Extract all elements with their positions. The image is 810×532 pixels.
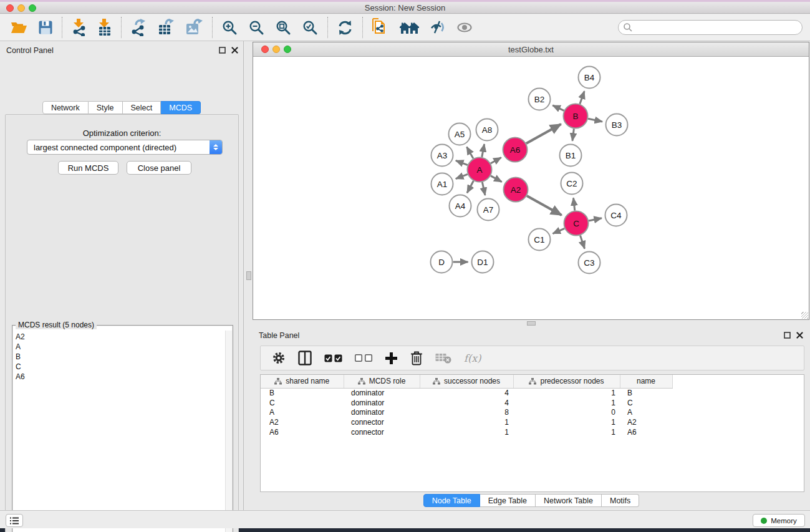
tab-style[interactable]: Style — [89, 101, 123, 114]
graph-edge-B-B2[interactable] — [552, 105, 564, 110]
refresh-icon[interactable] — [332, 16, 359, 39]
graph-edge-A-A7[interactable] — [482, 182, 485, 195]
graph-node-B4[interactable]: B4 — [579, 67, 600, 89]
table-cell[interactable]: dominator — [344, 407, 420, 417]
delete-icon[interactable] — [404, 347, 429, 369]
graph-edge-A-A1[interactable] — [456, 174, 468, 178]
graph-edge-A-A3[interactable] — [456, 160, 468, 165]
criterion-dropdown[interactable]: largest connected component (directed) — [27, 140, 223, 155]
table-cell[interactable]: dominator — [344, 388, 420, 398]
table-cell[interactable]: A6 — [261, 427, 344, 437]
select-all-icon[interactable] — [318, 347, 349, 369]
graph-node-C1[interactable]: C1 — [529, 229, 551, 251]
table-cell[interactable]: A — [261, 407, 344, 417]
network-graph[interactable]: AA1A2A3A4A5A6A7A8BB1B2B3B4CC1C2C3C4DD1 — [253, 57, 809, 319]
tab-network[interactable]: Network — [42, 101, 89, 114]
table-cell[interactable]: 1 — [513, 398, 620, 408]
graph-node-A7[interactable]: A7 — [478, 199, 499, 221]
import-network-icon[interactable] — [66, 16, 92, 39]
table-cell[interactable]: 1 — [420, 427, 513, 437]
export-table-icon[interactable] — [153, 16, 180, 39]
network-canvas[interactable]: AA1A2A3A4A5A6A7A8BB1B2B3B4CC1C2C3C4DD1 — [253, 57, 809, 319]
settings-icon[interactable] — [266, 347, 292, 369]
graph-node-C2[interactable]: C2 — [561, 173, 583, 195]
graph-edge-B-B4[interactable] — [580, 91, 584, 104]
graph-edge-A2-C[interactable] — [527, 196, 562, 215]
graph-node-B2[interactable]: B2 — [529, 89, 551, 110]
graph-edge-B-B1[interactable] — [572, 128, 574, 140]
run-mcds-button[interactable]: Run MCDS — [58, 161, 118, 175]
graph-node-C4[interactable]: C4 — [605, 205, 627, 226]
table-cell[interactable]: 4 — [420, 398, 513, 408]
graph-node-B[interactable]: B — [564, 104, 588, 128]
graph-node-A4[interactable]: A4 — [450, 195, 471, 217]
mcds-result-item[interactable]: A — [16, 342, 225, 352]
table-cell[interactable]: A2 — [261, 417, 344, 427]
table-cell[interactable]: 1 — [513, 427, 620, 437]
graph-node-A1[interactable]: A1 — [432, 173, 453, 195]
table-row[interactable]: Bdominator41B — [261, 388, 673, 398]
graph-edge-A-A6[interactable] — [491, 157, 501, 163]
node-table[interactable]: shared nameMCDS rolesuccessor nodesprede… — [260, 374, 804, 492]
graph-node-D[interactable]: D — [431, 251, 453, 273]
float-panel-icon[interactable] — [784, 332, 791, 339]
window-resize-grip[interactable] — [801, 312, 808, 319]
table-row[interactable]: A2connector11A2 — [261, 417, 673, 427]
table-cell[interactable]: A2 — [620, 417, 672, 427]
table-cell[interactable]: C — [261, 398, 344, 408]
table-cell[interactable]: 8 — [420, 407, 513, 417]
tab-select[interactable]: Select — [123, 101, 162, 114]
columns-icon[interactable] — [292, 347, 318, 369]
table-cell[interactable]: 1 — [513, 388, 620, 398]
graph-node-C[interactable]: C — [564, 211, 589, 236]
zoom-fit-icon[interactable] — [270, 16, 297, 39]
table-cell[interactable]: C — [620, 398, 672, 408]
close-panel-icon[interactable] — [796, 332, 803, 339]
import-table-icon[interactable] — [92, 16, 117, 39]
table-cell[interactable]: connector — [344, 417, 420, 427]
graph-edge-C-C2[interactable] — [574, 198, 575, 210]
column-header-successor-nodes[interactable]: successor nodes — [420, 375, 513, 388]
search-input[interactable] — [618, 20, 803, 35]
table-cell[interactable]: dominator — [344, 398, 420, 408]
float-panel-icon[interactable] — [219, 47, 226, 54]
hide-graphics-details-icon[interactable] — [425, 16, 451, 39]
save-session-icon[interactable] — [33, 16, 58, 39]
open-file-icon[interactable] — [5, 16, 33, 39]
vertical-split-handle[interactable] — [246, 271, 251, 280]
mcds-result-item[interactable]: B — [16, 352, 225, 362]
graph-edge-A-A4[interactable] — [467, 181, 473, 193]
network-window-titlebar[interactable]: testGlobe.txt — [253, 42, 809, 57]
table-cell[interactable]: connector — [344, 427, 420, 437]
table-tab-node-table[interactable]: Node Table — [423, 494, 480, 507]
table-row[interactable]: A6connector11A6 — [261, 427, 673, 437]
memory-button[interactable]: Memory — [753, 514, 805, 527]
mcds-result-item[interactable]: A6 — [16, 372, 225, 382]
mcds-list-scrollbar[interactable] — [225, 331, 232, 532]
mcds-result-item[interactable]: C — [16, 362, 225, 372]
graph-node-B1[interactable]: B1 — [560, 145, 582, 167]
graph-edge-A-A5[interactable] — [467, 147, 473, 158]
function-builder-icon[interactable]: f(x) — [458, 347, 487, 369]
zoom-selected-icon[interactable] — [297, 16, 324, 39]
table-cell[interactable]: A6 — [620, 427, 672, 437]
graph-node-A8[interactable]: A8 — [476, 119, 498, 141]
graph-node-B3[interactable]: B3 — [606, 114, 628, 136]
graph-node-A2[interactable]: A2 — [504, 178, 528, 202]
table-row[interactable]: Adominator80A — [261, 407, 673, 417]
mcds-result-list[interactable]: A2ABCA6 — [13, 331, 225, 532]
add-column-icon[interactable] — [378, 347, 404, 369]
show-graphics-details-icon[interactable] — [451, 16, 478, 39]
zoom-in-icon[interactable] — [216, 16, 243, 39]
table-cell[interactable]: A — [620, 407, 672, 417]
table-cell[interactable]: 0 — [513, 407, 620, 417]
table-cell[interactable]: 1 — [420, 417, 513, 427]
export-image-icon[interactable] — [180, 16, 208, 39]
window-titlebar[interactable]: Session: New Session — [0, 2, 810, 14]
column-header-MCDS-role[interactable]: MCDS role — [344, 375, 420, 388]
panel-menu-button[interactable] — [6, 514, 23, 527]
graph-node-A5[interactable]: A5 — [449, 123, 471, 145]
table-cell[interactable]: 4 — [420, 388, 513, 398]
delete-table-icon[interactable] — [429, 347, 458, 369]
graph-edge-A6-B[interactable] — [526, 124, 561, 143]
